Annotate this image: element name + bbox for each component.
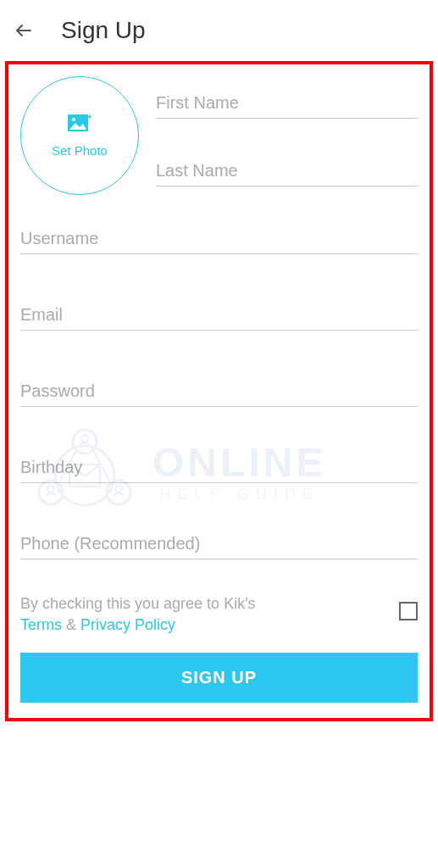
terms-link[interactable]: Terms [20,616,62,633]
agreement-separator: & [62,616,80,633]
svg-text:+: + [87,114,91,121]
svg-point-9 [72,118,75,121]
password-input[interactable] [20,381,418,407]
first-name-input[interactable] [156,93,418,119]
page-title: Sign Up [61,17,146,44]
last-name-input[interactable] [156,161,418,186]
birthday-input[interactable] [20,458,418,483]
privacy-link[interactable]: Privacy Policy [80,616,175,633]
agreement-prefix: By checking this you agree to Kik's [20,595,256,612]
set-photo-button[interactable]: + Set Photo [20,76,139,195]
agreement-text: By checking this you agree to Kik's Term… [20,593,256,636]
signup-button[interactable]: SIGN UP [20,653,418,703]
signup-form: ONLINE HELP GUIDE + Set Photo [5,61,433,721]
photo-icon: + [68,114,91,133]
set-photo-label: Set Photo [52,143,108,158]
back-arrow-icon[interactable] [14,20,34,41]
header: Sign Up [0,0,438,61]
agreement-checkbox[interactable] [399,602,418,620]
username-input[interactable] [20,229,418,254]
email-input[interactable] [20,305,418,331]
phone-input[interactable] [20,534,418,559]
